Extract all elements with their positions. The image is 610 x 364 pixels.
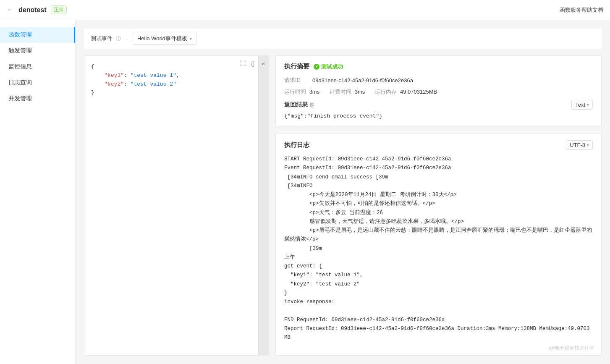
layout: 函数管理 触发管理 监控信息 日志查询 并发管理 测试事件 ⓘ · Hello …	[0, 20, 610, 364]
timing-row: 运行时间 3ms 计费时间 3ms 运行内存 49.0703125MB	[284, 88, 593, 96]
runtime-label: 运行时间	[284, 89, 306, 95]
status-badge: 正常	[51, 5, 67, 14]
request-id-row: 请求ID 09d31eee-c142-45a2-91d6-f0f60ce2e36…	[284, 76, 593, 84]
test-event-label: 测试事件	[91, 35, 113, 42]
return-value: {"msg":"finish process event"}	[284, 113, 593, 119]
code-toolbar: ⛶ {}	[239, 59, 256, 68]
event-template-dropdown[interactable]: Hello World事件模板 ▾	[133, 33, 196, 45]
success-badge: ✓ 测试成功	[314, 63, 343, 71]
watermark: @稀土掘金技术社区	[549, 345, 594, 352]
encoding-label: UTF-8	[570, 142, 585, 148]
format-select[interactable]: Text ▾	[571, 100, 593, 110]
success-dot-icon: ✓	[314, 64, 319, 70]
sidebar-item-functions[interactable]: 函数管理	[0, 27, 75, 43]
sidebar-item-triggers[interactable]: 触发管理	[0, 43, 75, 59]
request-id-value: 09d31eee-c142-45a2-91d6-f0f60ce2e36a	[312, 77, 413, 84]
log-title: 执行日志	[284, 141, 309, 149]
test-event-bar: 测试事件 ⓘ · Hello World事件模板 ▾	[84, 29, 602, 49]
right-panels: 执行摘要 ✓ 测试成功 请求ID 09d31eee-c142-45a2-91d6…	[275, 55, 602, 356]
log-panel: 执行日志 UTF-8 ▾ START RequestId: 09d31eee-c…	[275, 133, 602, 356]
return-header: 返回结果 ⎘ Text ▾	[284, 100, 593, 110]
memory-label: 运行内存	[375, 89, 397, 95]
collapse-icon: «	[262, 60, 265, 67]
log-content: START RequestId: 09d31eee-c142-45a2-91d6…	[284, 155, 593, 342]
format-arrow-icon: ▾	[587, 102, 589, 107]
return-title-text: 返回结果	[284, 101, 308, 109]
event-template-label: Hello World事件模板	[137, 35, 187, 42]
billing-label: 计费时间	[330, 89, 351, 95]
sidebar: 函数管理 触发管理 监控信息 日志查询 并发管理	[0, 20, 76, 364]
sidebar-item-concurrency[interactable]: 并发管理	[0, 91, 75, 107]
request-id-label: 请求ID	[284, 76, 301, 84]
sidebar-item-logs[interactable]: 日志查询	[0, 75, 75, 91]
sidebar-item-monitor[interactable]: 监控信息	[0, 59, 75, 75]
app-logo: denotest	[18, 6, 47, 14]
summary-title-text: 执行摘要	[284, 63, 309, 71]
copy-icon[interactable]: ⎘	[310, 102, 314, 108]
dropdown-arrow-icon: ▾	[190, 37, 192, 41]
format-icon[interactable]: {}	[250, 59, 256, 68]
summary-panel: 执行摘要 ✓ 测试成功 请求ID 09d31eee-c142-45a2-91d6…	[275, 55, 602, 126]
runtime-value: 3ms	[309, 89, 320, 95]
memory-value: 49.0703125MB	[400, 89, 437, 95]
status-label: 测试成功	[321, 63, 343, 71]
panels: ⛶ {} « { "key1": "test value 1", "key2":…	[84, 55, 602, 356]
summary-title: 执行摘要 ✓ 测试成功	[284, 63, 593, 71]
collapse-button[interactable]: «	[258, 56, 268, 355]
code-editor-panel: ⛶ {} « { "key1": "test value 1", "key2":…	[84, 55, 269, 356]
encoding-select[interactable]: UTF-8 ▾	[566, 140, 593, 150]
help-link[interactable]: 函数服务帮助文档	[560, 6, 603, 14]
main-content: 测试事件 ⓘ · Hello World事件模板 ▾ ⛶ {} « {	[76, 20, 610, 364]
return-title: 返回结果 ⎘	[284, 101, 314, 109]
format-label: Text	[575, 102, 585, 108]
separator: ·	[126, 35, 128, 42]
fullscreen-icon[interactable]: ⛶	[239, 59, 247, 68]
billing-value: 3ms	[355, 89, 365, 95]
log-header: 执行日志 UTF-8 ▾	[284, 140, 593, 150]
encoding-arrow-icon: ▾	[587, 143, 589, 147]
header: ← denotest 正常 函数服务帮助文档	[0, 0, 610, 20]
test-event-info-icon: ⓘ	[116, 35, 121, 42]
back-button[interactable]: ←	[7, 5, 14, 14]
